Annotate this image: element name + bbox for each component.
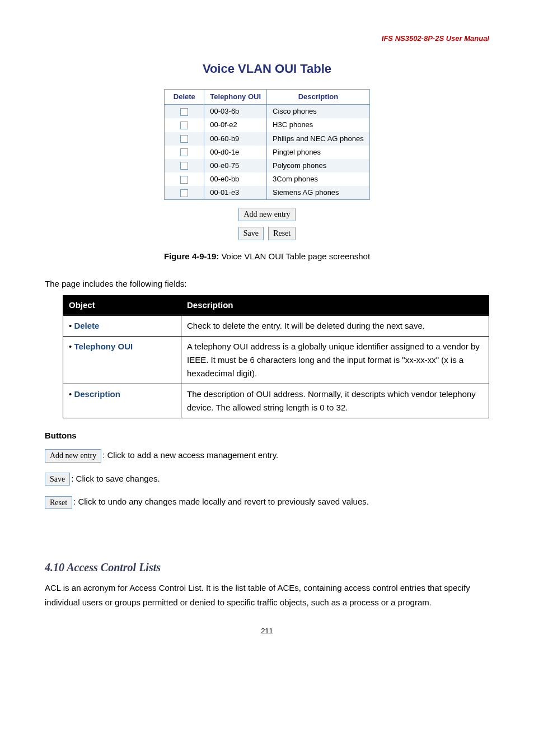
table-row: 00-03-6b Cisco phones: [165, 105, 369, 119]
desc-label-description: Description: [74, 389, 120, 399]
page-header: IFS NS3502-8P-2S User Manual: [45, 34, 489, 44]
page-number: 211: [45, 626, 489, 636]
voice-vlan-oui-title: Voice VLAN OUI Table: [45, 60, 489, 78]
oui-desc-cell: Philips and NEC AG phones: [267, 132, 370, 146]
add-new-entry-button[interactable]: Add new entry: [238, 208, 295, 221]
oui-col-description: Description: [267, 89, 370, 104]
oui-desc-cell: Polycom phones: [267, 159, 370, 172]
desc-header-object: Object: [63, 295, 181, 315]
oui-cell: 00-01-e3: [204, 186, 267, 200]
delete-checkbox[interactable]: [180, 108, 188, 116]
buttons-line-text: : Click to save changes.: [71, 474, 160, 483]
oui-desc-cell: H3C phones: [267, 118, 370, 132]
oui-cell: 00-d0-1e: [204, 146, 267, 159]
table-row: 00-e0-bb 3Com phones: [165, 172, 369, 186]
delete-checkbox[interactable]: [180, 135, 188, 143]
table-row: 00-d0-1e Pingtel phones: [165, 146, 369, 159]
reset-button-inline[interactable]: Reset: [45, 496, 72, 510]
buttons-heading: Buttons: [45, 430, 489, 441]
oui-desc-cell: Cisco phones: [267, 105, 370, 119]
oui-cell: 00-03-6b: [204, 105, 267, 119]
oui-cell: 00-e0-75: [204, 159, 267, 172]
buttons-line: Add new entry: Click to add a new access…: [45, 449, 489, 463]
fields-intro: The page includes the following fields:: [45, 278, 489, 290]
oui-col-delete: Delete: [165, 89, 204, 104]
buttons-line-text: : Click to add a new access management e…: [102, 450, 278, 460]
oui-cell: 00-0f-e2: [204, 118, 267, 132]
oui-desc-cell: Siemens AG phones: [267, 186, 370, 200]
buttons-line-text: : Click to undo any changes made locally…: [73, 497, 369, 506]
buttons-line: Reset: Click to undo any changes made lo…: [45, 496, 489, 509]
section-410-body: ACL is an acronym for Access Control Lis…: [45, 581, 489, 609]
delete-checkbox[interactable]: [180, 148, 188, 156]
desc-text: Check to delete the entry. It will be de…: [181, 315, 489, 336]
desc-label-telephony-oui: Telephony OUI: [74, 342, 133, 351]
oui-col-telephony: Telephony OUI: [204, 89, 267, 104]
oui-cell: 00-e0-bb: [204, 172, 267, 186]
save-button-inline[interactable]: Save: [45, 473, 70, 486]
oui-desc-cell: Pingtel phones: [267, 146, 370, 159]
oui-table-wrap: Delete Telephony OUI Description 00-03-6…: [45, 89, 489, 240]
desc-label-delete: Delete: [74, 321, 99, 330]
table-row: • Description The description of OUI add…: [63, 384, 489, 418]
desc-text: A telephony OUI address is a globally un…: [181, 336, 489, 384]
table-row: 00-0f-e2 H3C phones: [165, 118, 369, 132]
desc-text: The description of OUI address. Normally…: [181, 384, 489, 418]
add-new-entry-button-inline[interactable]: Add new entry: [45, 449, 101, 463]
oui-desc-cell: 3Com phones: [267, 172, 370, 186]
table-row: 00-60-b9 Philips and NEC AG phones: [165, 132, 369, 146]
section-410-heading: 4.10 Access Control Lists: [45, 559, 489, 575]
oui-cell: 00-60-b9: [204, 132, 267, 146]
desc-header-description: Description: [181, 295, 489, 315]
figure-caption: Figure 4-9-19: Voice VLAN OUI Table page…: [45, 250, 489, 262]
table-row: 00-e0-75 Polycom phones: [165, 159, 369, 172]
reset-button[interactable]: Reset: [268, 227, 296, 240]
table-row: 00-01-e3 Siemens AG phones: [165, 186, 369, 200]
delete-checkbox[interactable]: [180, 176, 188, 184]
delete-checkbox[interactable]: [180, 189, 188, 197]
figure-text: Voice VLAN OUI Table page screenshot: [219, 251, 370, 261]
delete-checkbox[interactable]: [180, 162, 188, 170]
delete-checkbox[interactable]: [180, 122, 188, 129]
figure-label: Figure 4-9-19:: [164, 251, 219, 261]
table-row: • Delete Check to delete the entry. It w…: [63, 315, 489, 336]
buttons-line: Save: Click to save changes.: [45, 473, 489, 486]
save-button[interactable]: Save: [238, 227, 264, 240]
description-table: Object Description • Delete Check to del…: [63, 295, 489, 418]
oui-table: Delete Telephony OUI Description 00-03-6…: [164, 89, 369, 200]
table-row: • Telephony OUI A telephony OUI address …: [63, 336, 489, 384]
